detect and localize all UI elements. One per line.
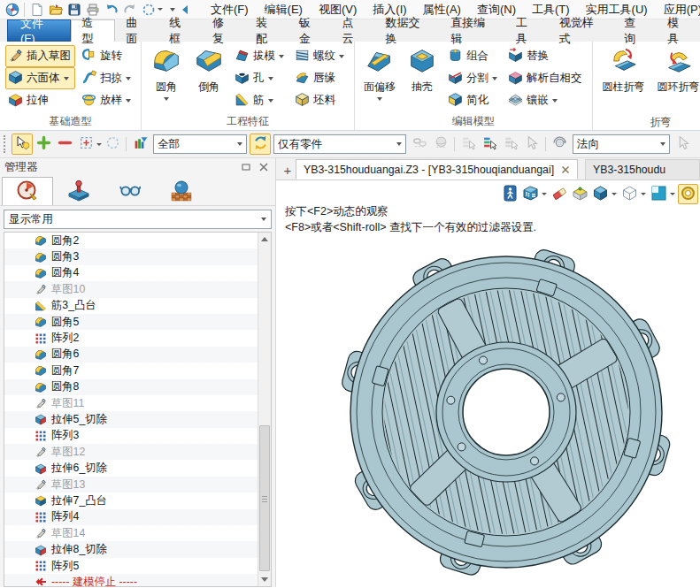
chevron-down-icon[interactable] [641,193,646,195]
chevron-down-icon[interactable] [492,77,497,80]
lasso-pick[interactable] [102,134,123,155]
remove-from-selection[interactable] [54,134,75,155]
shaded-view-button[interactable] [590,184,611,204]
reorient-pick[interactable] [549,134,570,155]
ribbon-tab-2[interactable]: 曲面 [115,19,158,42]
ribbon-button-替换[interactable]: points="1.5,5 8,1.5 14.5,5 8,8.5" fill="… [505,45,587,67]
chevron-down-icon[interactable] [670,193,675,195]
chevron-down-icon[interactable] [279,55,284,58]
toolbar-grip[interactable] [4,135,8,153]
ribbon-button-坯料[interactable]: 坯料 [292,89,349,111]
ribbon-button-组合[interactable]: 组合 [445,45,502,67]
pick-cursor[interactable] [521,134,542,155]
scope-filter-combo[interactable]: 仅有零件 [273,134,406,154]
ribbon-button-简化[interactable]: 简化 [445,89,502,111]
scroll-thumb[interactable] [259,425,270,571]
ribbon-button-扫掠[interactable]: 扫掠 [79,67,135,89]
selection-mode-dropdown-icon[interactable] [158,8,163,11]
tree-item-草图14[interactable]: 草图14 [4,525,258,541]
tree-item-圆角6[interactable]: 圆角6 [4,347,258,363]
tree-item-拉伸6_切除[interactable]: 拉伸6_切除 [4,460,258,476]
tree-item-圆角2[interactable]: 圆角2 [4,233,258,248]
pick-all-list[interactable] [500,134,521,155]
chevron-down-icon[interactable] [542,193,547,195]
tree-item-圆角4[interactable]: 圆角4 [4,265,258,281]
color-filter[interactable] [129,134,150,155]
ribbon-tab-7[interactable]: 点云 [332,19,375,42]
ribbon-tab-9[interactable]: 直接编辑 [440,19,505,42]
save-icon[interactable] [65,1,83,18]
tree-item-圆角8[interactable]: 圆角8 [4,379,258,395]
tree-filter-combo[interactable]: 显示常用 [4,210,272,229]
pick-cursor-2[interactable] [673,134,694,155]
ribbon-button-解析自相交[interactable]: 解析自相交 [505,67,587,89]
ribbon-button-镶嵌[interactable]: 镶嵌 [505,89,587,111]
ribbon-button-面偏移[interactable]: 面偏移 [358,44,401,101]
tree-item-阵列4[interactable]: 阵列4 [4,509,258,525]
chevron-down-icon[interactable] [268,99,273,103]
pick-last-entity[interactable] [479,134,500,155]
erase-button[interactable] [550,184,570,204]
entity-filter-combo[interactable]: 全部 [153,134,247,154]
chevron-down-icon[interactable] [64,77,69,80]
tree-item-阵列2[interactable]: 阵列2 [4,330,258,346]
chevron-down-icon[interactable] [237,142,242,146]
tree-item-草图11[interactable]: 草图11 [4,395,258,411]
motor-end-cap-model[interactable] [276,180,700,587]
clipped-view-button[interactable] [678,184,698,204]
smart-pick-toggle[interactable] [12,134,33,155]
ribbon-tab-10[interactable]: 工具 [505,19,549,42]
chevron-down-icon[interactable] [660,142,665,146]
tree-item-筋3_凸台[interactable]: 筋3_凸台 [4,298,258,314]
ribbon-button-筋[interactable]: 筋 [232,89,288,111]
ribbon-button-放样[interactable]: 放样 [79,89,135,111]
ribbon-button-拔模[interactable]: 拔模 [232,45,288,67]
wireframe-view-button[interactable] [619,184,640,204]
ribbon-button-拉伸[interactable]: 拉伸 [5,89,75,111]
ribbon-tab-13[interactable]: 模具 [657,19,700,42]
chevron-down-icon[interactable] [164,97,169,101]
chevron-down-icon[interactable] [612,193,617,195]
ribbon-tab-8[interactable]: 数据交换 [374,19,440,42]
ribbon-tab-4[interactable]: 修复 [202,19,245,42]
tree-item-拉伸5_切除[interactable]: 拉伸5_切除 [4,411,258,427]
ribbon-button-孔[interactable]: points="1.5,5 8,1.5 14.5,5 8,8.5" fill="… [232,67,288,89]
chevron-down-icon[interactable] [126,77,131,80]
chevron-down-icon[interactable] [552,99,558,103]
tree-item-圆角7[interactable]: 圆角7 [4,363,258,378]
tree-scrollbar[interactable] [258,233,271,586]
tab-file[interactable]: 文件(F) [7,19,71,42]
pick-from-list[interactable] [458,134,479,155]
view-layout-button[interactable] [649,184,669,204]
ribbon-button-螺纹[interactable]: 螺纹 [292,45,349,67]
scroll-up-icon[interactable] [258,233,271,246]
ribbon-button-圆柱折弯[interactable]: 圆柱折弯 [596,44,651,95]
tree-item-草图12[interactable]: 草图12 [4,444,258,460]
ribbon-button-插入草图[interactable]: 插入草图 [5,45,75,67]
exit-view-button[interactable] [500,184,520,204]
tab-history-manager[interactable] [2,177,53,205]
ribbon-button-圆环折弯[interactable]: 圆环折弯 [651,44,700,95]
tab-view-manager[interactable] [156,177,207,205]
add-to-selection[interactable] [33,134,54,155]
ribbon-button-分割[interactable]: points="1.5,5 8,1.5 14.5,5 8,8.5" fill="… [445,67,502,89]
swap-filter[interactable] [250,134,271,155]
ribbon-button-倒角[interactable]: 倒角 [188,44,230,95]
ribbon-button-唇缘[interactable]: 唇缘 [292,67,349,89]
tree-item-阵列5[interactable]: 阵列5 [4,558,258,574]
tree-item-拉伸7_凸台[interactable]: 拉伸7_凸台 [4,493,258,508]
undo-icon[interactable] [102,1,120,18]
chevron-down-icon[interactable] [268,77,273,80]
panel-close-icon[interactable] [258,162,271,172]
document-tab-active[interactable]: YB3-315houduangai.Z3 - [YB3-315houqiandu… [296,159,578,179]
sphere-pick[interactable] [430,134,451,155]
box-pick[interactable] [75,134,96,155]
ribbon-button-旋转[interactable]: 旋转 [79,45,135,67]
datum-button[interactable] [570,184,590,204]
ribbon-tab-12[interactable]: 查询 [613,19,657,42]
ribbon-tab-11[interactable]: 视觉样式 [549,19,614,42]
close-tab-icon[interactable] [561,165,570,174]
tree-item-圆角5[interactable]: 圆角5 [4,314,258,330]
ribbon-button-圆角[interactable]: 圆角 [145,44,188,101]
tab-visibility-manager[interactable] [104,177,156,205]
